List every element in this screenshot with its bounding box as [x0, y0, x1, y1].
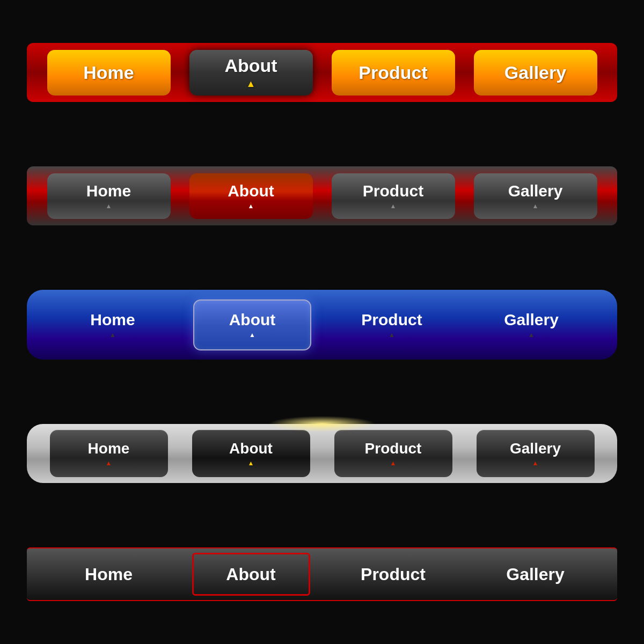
nav1-gallery-button[interactable]: Gallery	[474, 50, 597, 96]
navbar-2: Home About Product Gallery	[27, 166, 617, 225]
nav5-about-button[interactable]: About	[192, 553, 310, 596]
nav1-gallery-label: Gallery	[504, 62, 566, 83]
nav2-gallery-button[interactable]: Gallery	[474, 173, 597, 219]
nav2-product-button[interactable]: Product	[332, 173, 455, 219]
nav1-product-button[interactable]: Product	[332, 50, 455, 96]
nav4-product-button[interactable]: Product	[334, 430, 452, 477]
nav2-about-button[interactable]: About	[189, 173, 313, 219]
nav2-gallery-label: Gallery	[508, 182, 563, 200]
nav5-home-label: Home	[85, 565, 133, 584]
nav4-about-label: About	[229, 440, 273, 457]
nav3-product-label: Product	[361, 311, 422, 329]
nav5-about-label: About	[226, 565, 275, 584]
nav4-product-label: Product	[365, 440, 422, 457]
nav3-gallery-label: Gallery	[504, 311, 559, 329]
nav1-about-label: About	[224, 55, 277, 76]
nav5-home-button[interactable]: Home	[50, 553, 168, 596]
nav2-product-label: Product	[363, 182, 423, 200]
nav3-gallery-button[interactable]: Gallery	[472, 299, 590, 350]
nav2-home-button[interactable]: Home	[47, 173, 171, 219]
nav4-home-label: Home	[88, 440, 130, 457]
nav3-home-button[interactable]: Home	[54, 299, 172, 350]
nav1-home-label: Home	[83, 62, 134, 83]
navbar-4-wrapper: Home About Product Gallery	[27, 424, 617, 483]
nav1-home-button[interactable]: Home	[47, 50, 171, 96]
nav4-gallery-button[interactable]: Gallery	[477, 430, 595, 477]
nav3-about-label: About	[229, 311, 276, 329]
navbar-4: Home About Product Gallery	[27, 424, 617, 483]
nav5-product-label: Product	[361, 565, 426, 584]
nav4-about-button[interactable]: About	[192, 430, 310, 477]
navbar-1: Home About Product Gallery	[27, 43, 617, 102]
nav5-product-button[interactable]: Product	[334, 553, 452, 596]
nav4-gallery-label: Gallery	[510, 440, 561, 457]
nav5-gallery-label: Gallery	[506, 565, 565, 584]
navbar-5: Home About Product Gallery	[27, 547, 617, 601]
nav5-gallery-button[interactable]: Gallery	[477, 553, 595, 596]
nav3-about-button[interactable]: About	[193, 299, 311, 350]
nav3-product-button[interactable]: Product	[333, 299, 451, 350]
nav4-home-button[interactable]: Home	[50, 430, 168, 477]
nav2-about-label: About	[228, 182, 274, 200]
navbar-3: Home About Product Gallery	[27, 290, 617, 360]
nav2-home-label: Home	[86, 182, 131, 200]
nav1-about-button[interactable]: About	[189, 50, 313, 96]
nav3-home-label: Home	[90, 311, 135, 329]
nav1-product-label: Product	[358, 62, 427, 83]
